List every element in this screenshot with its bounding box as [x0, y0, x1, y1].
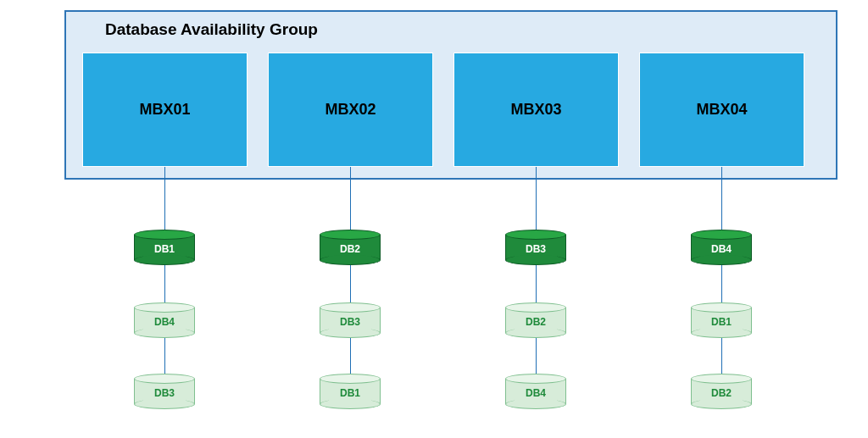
database-icon: DB3	[134, 374, 195, 409]
database-label: DB3	[134, 387, 195, 399]
server-label: MBX04	[696, 101, 747, 119]
database-icon: DB2	[505, 302, 566, 338]
database-icon: DB1	[691, 302, 752, 338]
database-icon: DB3	[320, 302, 381, 338]
database-label: DB4	[691, 243, 752, 255]
database-label: DB3	[320, 316, 381, 328]
server-label: MBX01	[139, 101, 190, 119]
diagram-canvas: Database Availability Group MBX01 DB1 DB…	[0, 0, 868, 438]
connector-line	[721, 265, 722, 302]
database-label: DB2	[691, 387, 752, 399]
database-icon: DB4	[691, 230, 752, 265]
database-icon: DB4	[505, 374, 566, 409]
server-box: MBX02	[268, 53, 433, 167]
database-icon: DB1	[320, 374, 381, 409]
server-label: MBX02	[325, 101, 376, 119]
connector-line	[164, 265, 165, 302]
connector-line	[536, 167, 537, 230]
connector-line	[350, 338, 351, 374]
database-label: DB2	[320, 243, 381, 255]
database-icon: DB4	[134, 302, 195, 338]
server-box: MBX01	[82, 53, 248, 167]
server-box: MBX03	[453, 53, 619, 167]
connector-line	[536, 265, 537, 302]
connector-line	[164, 167, 165, 230]
connector-line	[350, 167, 351, 230]
connector-line	[721, 167, 722, 230]
server-label: MBX03	[510, 101, 561, 119]
connector-line	[164, 338, 165, 374]
database-label: DB1	[134, 243, 195, 255]
database-label: DB4	[134, 316, 195, 328]
database-label: DB3	[505, 243, 566, 255]
database-icon: DB3	[505, 230, 566, 265]
database-label: DB1	[691, 316, 752, 328]
dag-title: Database Availability Group	[105, 20, 318, 39]
database-icon: DB1	[134, 230, 195, 265]
database-label: DB4	[505, 387, 566, 399]
server-box: MBX04	[639, 53, 804, 167]
database-label: DB1	[320, 387, 381, 399]
database-icon: DB2	[320, 230, 381, 265]
connector-line	[536, 338, 537, 374]
connector-line	[350, 265, 351, 302]
connector-line	[721, 338, 722, 374]
database-icon: DB2	[691, 374, 752, 409]
database-label: DB2	[505, 316, 566, 328]
